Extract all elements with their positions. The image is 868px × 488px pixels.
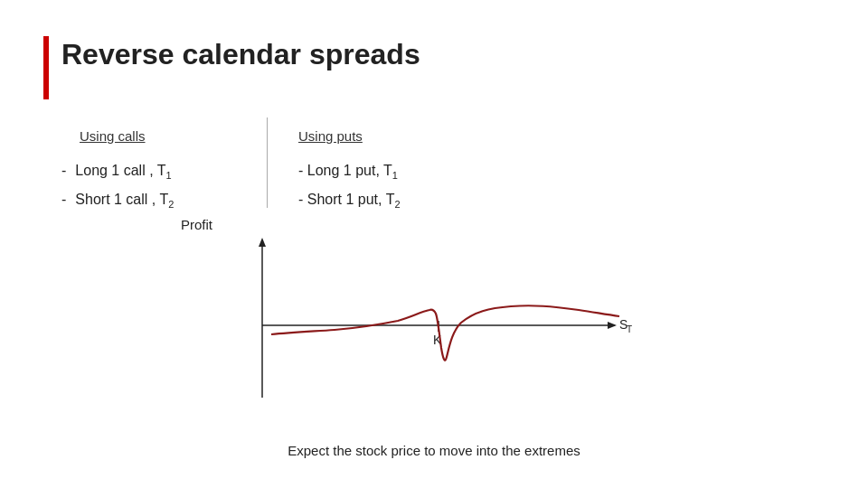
calls-item-1: - Long 1 call , T1 <box>61 163 174 181</box>
calls-item-1-text: Long 1 call , T1 <box>75 163 171 181</box>
svg-text:T: T <box>627 324 632 334</box>
puts-list: - Long 1 put, T1 - Short 1 put, T2 <box>298 163 401 221</box>
calls-item-2-text: Short 1 call , T2 <box>75 192 174 210</box>
page-title: Reverse calendar spreads <box>61 38 420 71</box>
calls-item-2: - Short 1 call , T2 <box>61 192 174 210</box>
puts-item-1-text: - Long 1 put, T1 <box>298 163 398 181</box>
expect-label: Expect the stock price to move into the … <box>154 443 714 458</box>
puts-item-1: - Long 1 put, T1 <box>298 163 401 181</box>
svg-marker-3 <box>608 322 617 329</box>
dash-2: - <box>61 192 66 208</box>
red-accent-bar <box>43 36 49 99</box>
using-puts-label: Using puts <box>298 128 363 144</box>
dash-1: - <box>61 163 66 179</box>
puts-item-2: - Short 1 put, T2 <box>298 192 401 210</box>
vertical-divider <box>267 117 268 208</box>
using-calls-label: Using calls <box>80 128 146 144</box>
svg-marker-1 <box>259 238 266 247</box>
profit-chart: S T K <box>190 230 642 429</box>
calls-list: - Long 1 call , T1 - Short 1 call , T2 <box>61 163 174 221</box>
puts-item-2-text: - Short 1 put, T2 <box>298 192 401 210</box>
